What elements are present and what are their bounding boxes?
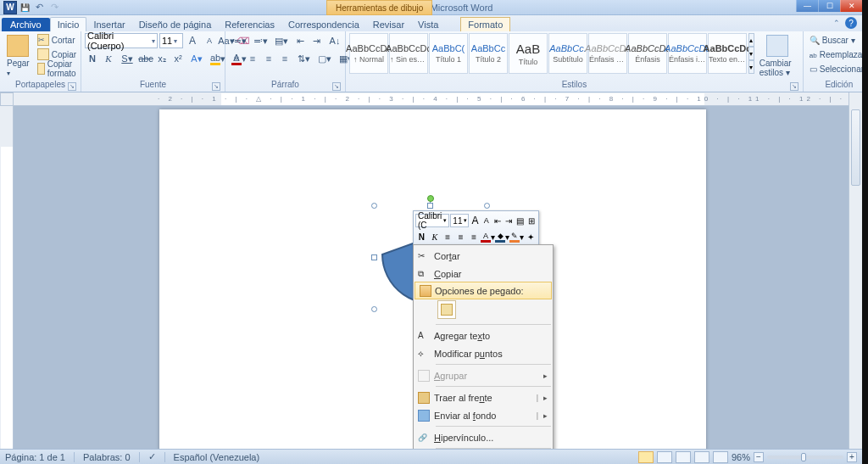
tab-mailings[interactable]: Correspondencia bbox=[281, 18, 366, 31]
resize-handle-n[interactable] bbox=[427, 203, 433, 209]
style-emphasis[interactable]: AaBbCcDcÉnfasis bbox=[628, 33, 667, 74]
status-page[interactable]: Página: 1 de 1 bbox=[5, 452, 65, 462]
ctx-add-text[interactable]: Agregar texto bbox=[414, 327, 553, 344]
style-title[interactable]: AaBTítulo bbox=[509, 33, 548, 74]
scrollbar-thumb[interactable] bbox=[851, 109, 860, 186]
style-normal[interactable]: AaBbCcDc↑ Normal bbox=[349, 33, 388, 74]
ctx-edit-points[interactable]: Modificar puntos bbox=[414, 344, 553, 362]
mini-decrease-indent[interactable]: ⇤ bbox=[492, 214, 503, 227]
cut-button[interactable]: Cortar bbox=[35, 33, 83, 47]
zoom-slider-thumb[interactable] bbox=[801, 453, 806, 461]
dialog-launcher-icon[interactable]: ↘ bbox=[332, 82, 341, 91]
minimize-button[interactable]: — bbox=[796, 0, 818, 12]
mini-grow-font[interactable] bbox=[470, 214, 480, 227]
zoom-level[interactable]: 96% bbox=[732, 452, 750, 462]
change-styles-button[interactable]: Cambiar estilos ▾ bbox=[756, 33, 799, 79]
line-spacing-button[interactable]: ⇅▾ bbox=[293, 51, 314, 66]
style-subtle-emphasis[interactable]: AaBbCcDcÉnfasis sutil bbox=[588, 33, 627, 74]
resize-handle-ne[interactable] bbox=[484, 203, 490, 209]
shrink-font-button[interactable] bbox=[202, 33, 217, 48]
ctx-hyperlink[interactable]: Hipervínculo... bbox=[414, 428, 553, 446]
text-effects-button[interactable]: A▾ bbox=[186, 51, 207, 66]
tab-insert[interactable]: Insertar bbox=[86, 18, 131, 31]
resize-handle-sw[interactable] bbox=[371, 306, 377, 312]
status-language[interactable]: Español (Venezuela) bbox=[174, 452, 260, 462]
replace-button[interactable]: Reemplazar bbox=[807, 48, 868, 61]
superscript-button[interactable]: x² bbox=[170, 51, 186, 66]
strike-button[interactable]: abc bbox=[138, 51, 153, 66]
help-icon[interactable]: ? bbox=[845, 17, 857, 29]
align-left-button[interactable]: ≡ bbox=[229, 51, 244, 66]
tab-page-layout[interactable]: Diseño de página bbox=[132, 18, 219, 31]
mini-bold[interactable]: N bbox=[415, 230, 428, 243]
mini-align-center[interactable]: ≡ bbox=[455, 230, 468, 243]
zoom-slider[interactable] bbox=[767, 456, 843, 459]
mini-shape-fill[interactable]: ◆▾ bbox=[496, 230, 509, 243]
numbering-button[interactable]: ≕▾ bbox=[250, 33, 270, 48]
maximize-button[interactable]: ☐ bbox=[818, 0, 840, 12]
select-button[interactable]: Seleccionar ▾ bbox=[807, 62, 868, 75]
rotate-handle[interactable] bbox=[427, 195, 434, 202]
view-full-screen[interactable] bbox=[657, 451, 672, 463]
ctx-paste-options[interactable]: Opciones de pegado: bbox=[415, 282, 552, 299]
justify-button[interactable]: ≡ bbox=[277, 51, 292, 66]
multilevel-button[interactable]: ▤▾ bbox=[271, 33, 292, 48]
subscript-button[interactable]: x₂ bbox=[154, 51, 170, 66]
ctx-cut[interactable]: Cortar bbox=[414, 247, 553, 265]
align-right-button[interactable]: ≡ bbox=[261, 51, 276, 66]
mini-wrap-text[interactable]: ▤ bbox=[515, 214, 525, 227]
resize-handle-w[interactable] bbox=[371, 254, 377, 260]
mini-align-right[interactable]: ≡ bbox=[468, 230, 481, 243]
view-web-layout[interactable] bbox=[676, 451, 691, 463]
vertical-scrollbar[interactable] bbox=[849, 92, 862, 449]
mini-font-combo[interactable]: Calibri (C▾ bbox=[415, 214, 449, 227]
save-icon[interactable] bbox=[20, 2, 32, 14]
ruler-corner[interactable] bbox=[0, 92, 14, 106]
gallery-more[interactable]: ▾ bbox=[748, 60, 754, 74]
paste-option-picture[interactable] bbox=[437, 300, 456, 319]
format-painter-button[interactable]: Copiar formato bbox=[35, 62, 83, 75]
status-words[interactable]: Palabras: 0 bbox=[83, 452, 131, 462]
style-nospacing[interactable]: AaBbCcDc↑ Sin espa... bbox=[389, 33, 428, 74]
status-proof-icon[interactable]: ✓ bbox=[148, 451, 156, 462]
tab-home[interactable]: Inicio bbox=[50, 17, 87, 31]
mini-size-combo[interactable]: 11▾ bbox=[450, 214, 469, 227]
style-strong[interactable]: AaBbCcDcTexto en n... bbox=[708, 33, 747, 74]
align-center-button[interactable]: ≡ bbox=[245, 51, 260, 66]
undo-icon[interactable] bbox=[36, 2, 47, 14]
gallery-scroll-up[interactable]: ▴ bbox=[748, 33, 754, 47]
font-size-combo[interactable]: 11▾ bbox=[159, 33, 183, 48]
underline-button[interactable]: S▾ bbox=[117, 51, 137, 66]
mini-font-color[interactable]: A▾ bbox=[481, 230, 495, 243]
ctx-copy[interactable]: Copiar bbox=[414, 265, 553, 282]
increase-indent-button[interactable]: ⇥ bbox=[309, 33, 324, 48]
vertical-ruler[interactable] bbox=[0, 106, 14, 449]
dialog-launcher-icon[interactable]: ↘ bbox=[790, 82, 798, 91]
style-heading2[interactable]: AaBbCcTítulo 2 bbox=[469, 33, 508, 74]
ctx-send-back[interactable]: Enviar al fondo|▸ bbox=[414, 406, 553, 424]
zoom-out-button[interactable]: − bbox=[754, 452, 764, 462]
dialog-launcher-icon[interactable]: ↘ bbox=[212, 82, 220, 91]
find-button[interactable]: Buscar ▾ bbox=[807, 33, 868, 47]
mini-quick-styles[interactable]: ✦ bbox=[525, 230, 537, 243]
styles-gallery[interactable]: AaBbCcDc↑ Normal AaBbCcDc↑ Sin espa... A… bbox=[349, 33, 747, 74]
mini-group[interactable]: ⊞ bbox=[526, 214, 537, 227]
sort-button[interactable]: A↓ bbox=[325, 33, 345, 48]
tab-references[interactable]: Referencias bbox=[218, 18, 281, 31]
style-intense-emphasis[interactable]: AaBbCcDcÉnfasis int... bbox=[668, 33, 707, 74]
view-outline[interactable] bbox=[694, 451, 709, 463]
font-name-combo[interactable]: Calibri (Cuerpo)▾ bbox=[85, 33, 158, 48]
resize-handle-nw[interactable] bbox=[371, 203, 377, 209]
view-print-layout[interactable] bbox=[638, 451, 654, 463]
minimize-ribbon-icon[interactable]: ⌃ bbox=[833, 19, 840, 27]
view-draft[interactable] bbox=[713, 451, 728, 463]
ctx-bring-front[interactable]: Traer al frente|▸ bbox=[414, 389, 553, 406]
redo-icon[interactable] bbox=[51, 2, 63, 14]
tab-format[interactable]: Formato bbox=[460, 17, 510, 31]
mini-shrink-font[interactable] bbox=[481, 214, 492, 227]
tab-view[interactable]: Vista bbox=[411, 18, 445, 31]
italic-button[interactable]: K bbox=[101, 51, 116, 66]
style-heading1[interactable]: AaBbC(Título 1 bbox=[429, 33, 468, 74]
style-subtitle[interactable]: AaBbCc.Subtítulo bbox=[548, 33, 587, 74]
mini-align-left[interactable]: ≡ bbox=[442, 230, 454, 243]
